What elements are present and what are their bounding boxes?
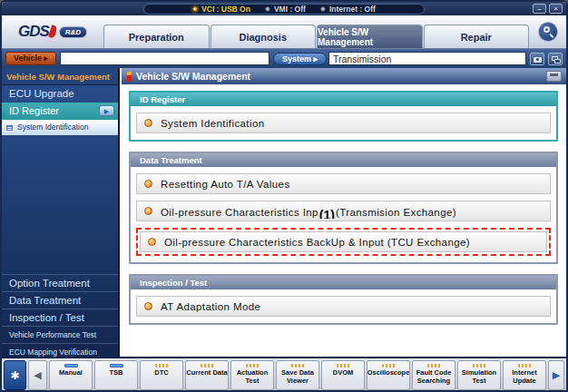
sidebar-item-data-treatment[interactable]: Data Treatment	[2, 291, 118, 309]
favorites-button[interactable]: ✱	[4, 360, 26, 390]
document-icon	[5, 124, 14, 132]
tab-vehicle-sw-management[interactable]: Vehicle S/W Management	[317, 24, 423, 48]
bullet-icon	[144, 207, 152, 215]
app-window: VCI : USB On VMI : Off Internet : Off – …	[0, 0, 568, 392]
oscilloscope-icon	[382, 364, 396, 368]
section-header: Inspection / Test	[131, 276, 556, 289]
actuation-test-icon	[246, 364, 260, 368]
search-button[interactable]	[538, 22, 558, 42]
logo-text: GDS	[18, 23, 49, 41]
content-title-bar: Vehicle S/W Management	[122, 68, 567, 84]
sidebar-item-vehicle-performance-test[interactable]: Vehicle Performance Test	[2, 326, 118, 343]
toolbar-next-button[interactable]: ▶	[548, 360, 564, 390]
star-icon: ✱	[10, 369, 19, 382]
dvom-icon	[337, 364, 350, 368]
header-bar: GDS R&D Preparation Diagnosis Vehicle S/…	[2, 15, 566, 49]
vci-status: VCI : USB On	[192, 5, 250, 14]
toolbar-button-manual[interactable]: Manual	[49, 360, 93, 390]
toolbar-prev-button[interactable]: ◀	[28, 360, 47, 390]
sidebar-item-option-treatment[interactable]: Option Treatment	[2, 274, 118, 291]
menu-item-oil-pressure-backup-input-tcu-exchange[interactable]: Oil-pressure Characteristics BackUp & In…	[140, 231, 547, 252]
sidebar-item-inspection-test[interactable]: Inspection / Test	[2, 309, 118, 326]
menu-item-at-adaptation-mode[interactable]: AT Adaptation Mode	[136, 296, 551, 317]
sidebar-title: Vehicle S/W Management	[2, 68, 118, 85]
menu-item-system-identification[interactable]: System Identification	[136, 113, 551, 133]
section-inspection-test: Inspection / Test AT Adaptation Mode	[129, 274, 558, 325]
vci-status-label: VCI : USB On	[201, 5, 250, 14]
internet-status-label: Internet : Off	[329, 5, 376, 14]
logo-swoosh-icon	[48, 24, 58, 38]
fault-code-searching-icon	[427, 364, 441, 368]
section-id-register: ID Register System Identification	[129, 91, 558, 142]
title-bar: VCI : USB On VMI : Off Internet : Off – …	[2, 2, 566, 15]
current-data-icon	[201, 364, 214, 368]
main-content: Vehicle S/W Management ID Register Syste…	[122, 68, 567, 360]
tsb-icon	[110, 364, 123, 368]
window-layout-button[interactable]	[548, 53, 563, 65]
logo-badge: R&D	[59, 26, 87, 38]
vmi-status: VMI : Off	[265, 5, 306, 14]
expand-arrow-icon: ▶	[99, 105, 114, 116]
sidebar-item-system-identification[interactable]: System Identification	[2, 120, 118, 135]
internet-update-icon	[518, 364, 532, 368]
sidebar-item-id-register[interactable]: ID Register ▶	[2, 103, 118, 120]
vehicle-select-button[interactable]: Vehicle ▸	[5, 52, 56, 65]
toolbar-button-dvom[interactable]: DVOM	[321, 360, 365, 390]
printer-icon[interactable]	[546, 71, 562, 82]
sidebar: Vehicle S/W Management ECU Upgrade ID Re…	[2, 68, 120, 360]
search-icon	[544, 26, 550, 33]
page-title: Vehicle S/W Management	[136, 71, 542, 82]
section-header: Data Treatment	[131, 153, 556, 167]
toolbar-button-dtc[interactable]: DTC	[140, 360, 183, 390]
camera-icon	[534, 57, 542, 63]
vehicle-system-bar: Vehicle ▸ System ▸ Transimission	[2, 49, 566, 68]
app-logo: GDS R&D	[2, 15, 103, 48]
sidebar-item-ecu-upgrade[interactable]: ECU Upgrade	[2, 85, 118, 103]
chevron-right-icon: ▸	[313, 54, 318, 64]
dtc-icon	[155, 364, 169, 368]
bullet-icon	[144, 302, 152, 310]
search-area	[530, 15, 566, 48]
bullet-icon	[144, 180, 152, 188]
toolbar-button-actuation-test[interactable]: Actuation Test	[230, 360, 274, 390]
menu-item-oil-pressure-input-transmission-exchange[interactable]: Oil-pressure Characteristics Inp(1)(Tran…	[136, 201, 551, 221]
section-marker-icon	[127, 72, 132, 82]
toolbar-button-oscilloscope[interactable]: Oscilloscope	[367, 360, 410, 390]
screenshot-button[interactable]	[530, 53, 544, 65]
function-toolbar: ✱ ◀ Manual TSB DTC Current Data Actuatio…	[2, 357, 566, 390]
close-button[interactable]: ×	[549, 4, 563, 14]
bullet-icon	[148, 238, 156, 246]
save-data-viewer-icon	[291, 364, 305, 368]
manual-icon	[64, 364, 78, 368]
vci-status-led-icon	[192, 6, 198, 12]
internet-status-led-icon	[320, 6, 326, 12]
tab-diagnosis[interactable]: Diagnosis	[211, 24, 317, 48]
sidebar-bottom-group: Option Treatment Data Treatment Inspecti…	[2, 274, 118, 360]
vmi-status-led-icon	[265, 6, 270, 12]
system-select-button[interactable]: System ▸	[273, 53, 327, 65]
vmi-status-label: VMI : Off	[274, 5, 306, 14]
callout-annotation: (1)	[319, 208, 335, 219]
next-arrow-icon: ▶	[553, 369, 560, 381]
toolbar-button-save-data-viewer[interactable]: Save Data Viewer	[276, 360, 319, 390]
minimize-button[interactable]: –	[533, 4, 546, 14]
highlight-dashed-box: Oil-pressure Characteristics BackUp & In…	[136, 228, 551, 256]
status-pill: VCI : USB On VMI : Off Internet : Off	[143, 4, 425, 15]
internet-status: Internet : Off	[320, 5, 376, 14]
simulation-test-icon	[473, 364, 486, 368]
section-header: ID Register	[131, 93, 556, 106]
chevron-right-icon: ▸	[44, 54, 49, 63]
menu-item-resetting-auto-ta-values[interactable]: Resetting Auto T/A Values	[136, 173, 551, 194]
tab-preparation[interactable]: Preparation	[103, 24, 210, 48]
toolbar-button-fault-code-searching[interactable]: Fault Code Searching	[412, 360, 455, 390]
vehicle-value-field[interactable]	[60, 52, 269, 65]
toolbar-button-internet-update[interactable]: Internet Update	[503, 360, 546, 390]
system-value-field[interactable]: Transimission	[328, 52, 526, 65]
tab-repair[interactable]: Repair	[424, 24, 530, 48]
prev-arrow-icon: ◀	[34, 369, 41, 381]
toolbar-button-current-data[interactable]: Current Data	[185, 360, 229, 390]
toolbar-button-tsb[interactable]: TSB	[94, 360, 138, 390]
toolbar-button-simulation-test[interactable]: Simulation Test	[457, 360, 501, 390]
window-controls: – ×	[533, 4, 563, 14]
bullet-icon	[144, 119, 152, 127]
